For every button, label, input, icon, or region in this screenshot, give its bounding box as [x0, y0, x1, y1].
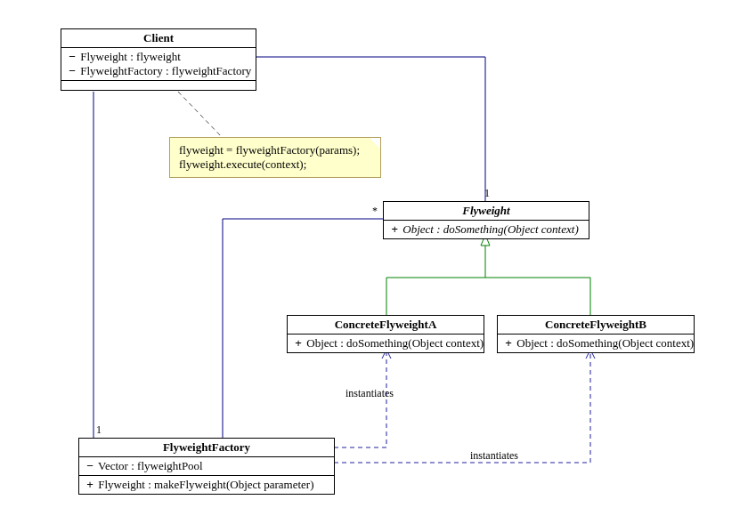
- multiplicity-one: 1: [484, 187, 490, 200]
- class-concrete-b: ConcreteFlyweightB + Object : doSomethin…: [497, 315, 695, 353]
- concrete-b-op-0: + Object : doSomething(Object context): [503, 336, 688, 351]
- multiplicity-star: *: [372, 205, 378, 218]
- instantiates-label-b: instantiates: [470, 449, 518, 463]
- class-concrete-a-title: ConcreteFlyweightA: [288, 316, 484, 335]
- note-line-2: flyweight.execute(context);: [179, 157, 371, 172]
- client-attr-0: − Flyweight : flyweight: [67, 50, 250, 64]
- multiplicity-one-bottom: 1: [96, 423, 102, 437]
- concrete-a-op-0: + Object : doSomething(Object context): [293, 336, 478, 351]
- factory-op-0: + Flyweight : makeFlyweight(Object param…: [85, 478, 329, 492]
- note-fold-icon: [370, 138, 380, 149]
- note-line-1: flyweight = flyweightFactory(params);: [179, 143, 371, 157]
- class-client-title: Client: [61, 29, 256, 48]
- diagram-canvas: 1 * 1 instantiates instantiates Client −…: [0, 0, 756, 532]
- class-factory: FlyweightFactory − Vector : flyweightPoo…: [78, 438, 335, 495]
- factory-attr-0: − Vector : flyweightPool: [85, 459, 329, 473]
- flyweight-op-0: + Object : doSomething(Object context): [389, 222, 583, 237]
- note-client: flyweight = flyweightFactory(params); fl…: [169, 137, 381, 178]
- class-concrete-b-title: ConcreteFlyweightB: [498, 316, 694, 335]
- class-flyweight-title: Flyweight: [384, 202, 589, 221]
- client-attr-1: − FlyweightFactory : flyweightFactory: [67, 64, 250, 78]
- instantiates-label-a: instantiates: [345, 387, 394, 400]
- class-factory-title: FlyweightFactory: [79, 439, 334, 457]
- class-client: Client − Flyweight : flyweight − Flyweig…: [61, 28, 256, 91]
- class-flyweight: Flyweight + Object : doSomething(Object …: [383, 201, 589, 239]
- class-concrete-a: ConcreteFlyweightA + Object : doSomethin…: [287, 315, 484, 353]
